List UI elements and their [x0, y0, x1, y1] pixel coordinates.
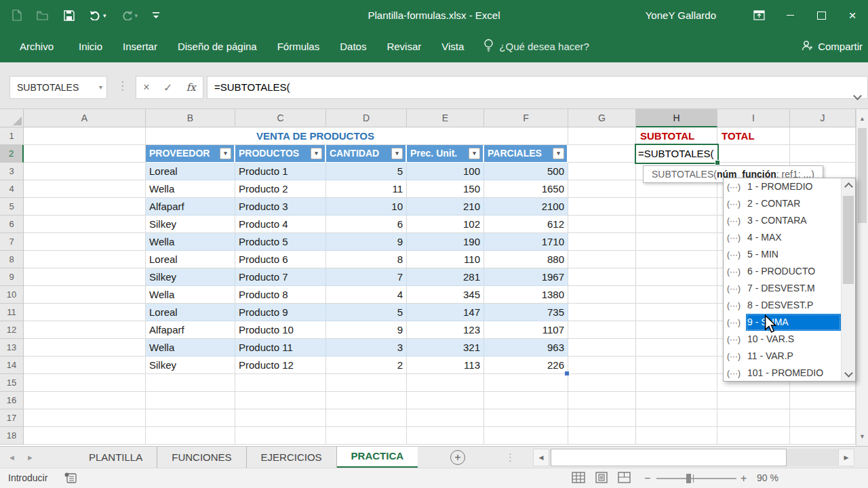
cell-C12[interactable]: Producto 10 [235, 321, 326, 339]
row-header-9[interactable]: 9 [0, 268, 24, 286]
col-header-F[interactable]: F [484, 109, 568, 127]
ribbon-tab-datos[interactable]: Datos [330, 30, 376, 62]
cell-E9[interactable]: 281 [407, 268, 484, 286]
cell-B17[interactable] [146, 409, 235, 427]
cell-E5[interactable]: 210 [407, 198, 484, 216]
row-header-4[interactable]: 4 [0, 180, 24, 198]
cell-C16[interactable] [235, 392, 326, 409]
cell-H1[interactable]: SUBTOTAL [636, 127, 717, 145]
filter-button-prec-unit[interactable]: ▾ [469, 148, 480, 159]
cell-I18[interactable] [717, 427, 790, 445]
cell-D13[interactable]: 3 [326, 339, 407, 357]
cell-F12[interactable]: 1107 [484, 321, 568, 339]
cell-E17[interactable] [407, 409, 484, 427]
cell-G10[interactable] [568, 286, 636, 304]
cell-H8[interactable] [636, 251, 717, 268]
cell-F11[interactable]: 735 [484, 304, 568, 321]
col-header-G[interactable]: G [568, 109, 636, 127]
cell-E18[interactable] [407, 427, 484, 445]
filter-button-productos[interactable]: ▾ [311, 148, 322, 159]
macro-record-icon[interactable] [64, 472, 77, 486]
cell-B15[interactable] [146, 374, 235, 392]
cell-F10[interactable]: 1380 [484, 286, 568, 304]
zoom-in-icon[interactable]: + [741, 468, 747, 488]
cell-B5[interactable]: Alfaparf [146, 198, 235, 216]
cell-C3[interactable]: Producto 1 [235, 163, 326, 180]
row-header-18[interactable]: 18 [0, 427, 24, 445]
cell-D12[interactable]: 9 [326, 321, 407, 339]
expand-formula-bar-icon[interactable] [854, 85, 861, 106]
cell-B1-merged-title[interactable]: VENTA DE PRODUCTOS [146, 127, 484, 145]
cell-E7[interactable]: 190 [407, 233, 484, 251]
cell-E11[interactable]: 147 [407, 304, 484, 321]
cell-D3[interactable]: 5 [326, 163, 407, 180]
table-header-prec-unit[interactable]: Prec. Unit.▾ [407, 145, 484, 163]
cell-A14[interactable] [24, 357, 146, 374]
sheet-tab-plantilla[interactable]: PLANTILLA [75, 447, 157, 468]
dropdown-item-11-var-p[interactable]: (···)11 - VAR.P [724, 348, 841, 365]
cell-E14[interactable]: 113 [407, 357, 484, 374]
cell-A18[interactable] [24, 427, 146, 445]
cell-F9[interactable]: 1967 [484, 268, 568, 286]
row-header-8[interactable]: 8 [0, 251, 24, 268]
row-header-16[interactable]: 16 [0, 392, 24, 409]
sheet-tab-ejercicios[interactable]: EJERCICIOS [247, 447, 337, 468]
cell-D10[interactable]: 4 [326, 286, 407, 304]
cell-B7[interactable]: Wella [146, 233, 235, 251]
cell-G2[interactable] [568, 145, 636, 163]
name-box-dropdown-icon[interactable]: ▾ [99, 77, 102, 98]
row-header-5[interactable]: 5 [0, 198, 24, 216]
row-header-3[interactable]: 3 [0, 163, 24, 180]
cell-H10[interactable] [636, 286, 717, 304]
cell-E16[interactable] [407, 392, 484, 409]
cell-B10[interactable]: Wella [146, 286, 235, 304]
cell-G9[interactable] [568, 268, 636, 286]
cell-G17[interactable] [568, 409, 636, 427]
cell-E4[interactable]: 150 [407, 180, 484, 198]
cell-F6[interactable]: 612 [484, 216, 568, 233]
add-sheet-button[interactable]: + [450, 450, 465, 465]
cell-A2[interactable] [24, 145, 146, 163]
cell-F14[interactable]: 226 [484, 357, 568, 374]
cell-A5[interactable] [24, 198, 146, 216]
cell-I1[interactable]: TOTAL [717, 127, 790, 145]
table-header-proveedor[interactable]: PROVEEDOR▾ [146, 145, 235, 163]
col-header-H[interactable]: H [636, 109, 717, 127]
cell-C17[interactable] [235, 409, 326, 427]
dropdown-item-3-contara[interactable]: (···)3 - CONTARA [724, 212, 841, 229]
col-header-I[interactable]: I [717, 109, 790, 127]
cell-H17[interactable] [636, 409, 717, 427]
col-header-C[interactable]: C [235, 109, 326, 127]
vertical-scrollbar[interactable]: ▲▼ [856, 109, 868, 446]
cell-E3[interactable]: 100 [407, 163, 484, 180]
tell-me-box[interactable]: ¿Qué desea hacer? [484, 39, 589, 54]
cell-E10[interactable]: 345 [407, 286, 484, 304]
cell-E12[interactable]: 123 [407, 321, 484, 339]
cell-C11[interactable]: Producto 9 [235, 304, 326, 321]
cell-A9[interactable] [24, 268, 146, 286]
account-user-name[interactable]: YoneY Gallardo [646, 9, 716, 21]
cell-G14[interactable] [568, 357, 636, 374]
cell-G6[interactable] [568, 216, 636, 233]
cell-H14[interactable] [636, 357, 717, 374]
dropdown-item-4-max[interactable]: (···)4 - MAX [724, 229, 841, 246]
cell-A11[interactable] [24, 304, 146, 321]
select-all-corner[interactable] [0, 109, 24, 127]
cell-J2[interactable] [790, 145, 856, 163]
cell-A1[interactable] [24, 127, 146, 145]
table-header-productos[interactable]: PRODUCTOS▾ [235, 145, 326, 163]
ribbon-tab-diseno-de-pagina[interactable]: Diseño de página [167, 30, 267, 62]
row-header-17[interactable]: 17 [0, 409, 24, 427]
col-header-B[interactable]: B [146, 109, 235, 127]
cell-B13[interactable]: Wella [146, 339, 235, 357]
cell-D9[interactable]: 7 [326, 268, 407, 286]
cell-G18[interactable] [568, 427, 636, 445]
filter-button-cantidad[interactable]: ▾ [391, 148, 403, 159]
cell-H11[interactable] [636, 304, 717, 321]
row-header-14[interactable]: 14 [0, 357, 24, 374]
minimize-button[interactable] [774, 0, 806, 30]
row-header-2[interactable]: 2 [0, 145, 24, 163]
page-break-view-icon[interactable] [618, 472, 631, 486]
cell-G16[interactable] [568, 392, 636, 409]
cell-B9[interactable]: Silkey [146, 268, 235, 286]
